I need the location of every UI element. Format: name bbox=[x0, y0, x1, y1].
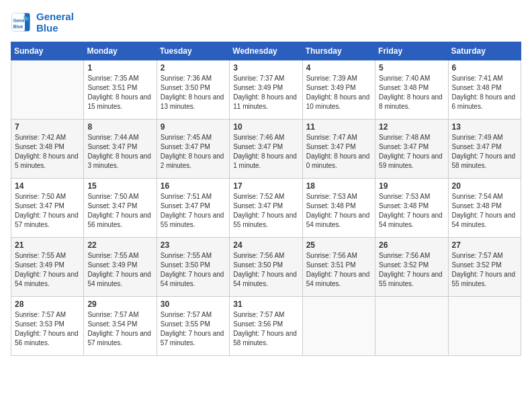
day-number: 2 bbox=[161, 63, 226, 73]
calendar-cell: 2Sunrise: 7:36 AMSunset: 3:50 PMDaylight… bbox=[157, 60, 229, 120]
calendar-cell: 20Sunrise: 7:54 AMSunset: 3:48 PMDayligh… bbox=[448, 179, 521, 238]
day-number: 12 bbox=[379, 122, 444, 132]
calendar-cell: 21Sunrise: 7:55 AMSunset: 3:49 PMDayligh… bbox=[11, 238, 84, 297]
day-info: Sunrise: 7:48 AMSunset: 3:47 PMDaylight:… bbox=[379, 133, 444, 171]
calendar-cell: 19Sunrise: 7:53 AMSunset: 3:48 PMDayligh… bbox=[375, 179, 448, 238]
calendar-cell: 26Sunrise: 7:56 AMSunset: 3:52 PMDayligh… bbox=[375, 238, 448, 297]
calendar-cell: 4Sunrise: 7:39 AMSunset: 3:49 PMDaylight… bbox=[302, 60, 375, 120]
day-info: Sunrise: 7:55 AMSunset: 3:50 PMDaylight:… bbox=[161, 251, 226, 289]
calendar-cell: 13Sunrise: 7:49 AMSunset: 3:47 PMDayligh… bbox=[448, 120, 521, 179]
calendar-cell: 23Sunrise: 7:55 AMSunset: 3:50 PMDayligh… bbox=[157, 238, 229, 297]
column-header-monday: Monday bbox=[84, 42, 157, 60]
calendar-cell: 17Sunrise: 7:52 AMSunset: 3:47 PMDayligh… bbox=[230, 179, 302, 238]
calendar-cell: 7Sunrise: 7:42 AMSunset: 3:48 PMDaylight… bbox=[11, 120, 84, 179]
calendar-cell: 5Sunrise: 7:40 AMSunset: 3:48 PMDaylight… bbox=[375, 60, 448, 120]
day-info: Sunrise: 7:57 AMSunset: 3:55 PMDaylight:… bbox=[161, 310, 226, 348]
day-number: 29 bbox=[87, 300, 152, 309]
day-info: Sunrise: 7:35 AMSunset: 3:51 PMDaylight:… bbox=[87, 74, 152, 111]
day-info: Sunrise: 7:56 AMSunset: 3:52 PMDaylight:… bbox=[379, 251, 444, 289]
day-number: 14 bbox=[15, 181, 80, 191]
day-info: Sunrise: 7:50 AMSunset: 3:47 PMDaylight:… bbox=[87, 192, 152, 230]
calendar-cell: 18Sunrise: 7:53 AMSunset: 3:48 PMDayligh… bbox=[302, 179, 375, 238]
day-info: Sunrise: 7:57 AMSunset: 3:56 PMDaylight:… bbox=[233, 310, 298, 348]
day-number: 21 bbox=[15, 240, 80, 250]
day-number: 9 bbox=[161, 122, 226, 132]
day-number: 11 bbox=[306, 122, 371, 132]
day-info: Sunrise: 7:57 AMSunset: 3:52 PMDaylight:… bbox=[452, 251, 517, 289]
day-number: 7 bbox=[15, 122, 80, 132]
day-info: Sunrise: 7:40 AMSunset: 3:48 PMDaylight:… bbox=[379, 74, 444, 111]
day-number: 19 bbox=[379, 181, 444, 191]
calendar-cell: 28Sunrise: 7:57 AMSunset: 3:53 PMDayligh… bbox=[11, 297, 84, 356]
week-row-4: 21Sunrise: 7:55 AMSunset: 3:49 PMDayligh… bbox=[11, 238, 521, 297]
calendar-cell bbox=[448, 297, 521, 356]
calendar-cell: 15Sunrise: 7:50 AMSunset: 3:47 PMDayligh… bbox=[84, 179, 157, 238]
day-info: Sunrise: 7:50 AMSunset: 3:47 PMDaylight:… bbox=[15, 192, 80, 230]
calendar-cell: 12Sunrise: 7:48 AMSunset: 3:47 PMDayligh… bbox=[375, 120, 448, 179]
day-number: 16 bbox=[161, 181, 226, 191]
day-number: 17 bbox=[233, 181, 298, 191]
day-number: 15 bbox=[87, 181, 152, 191]
column-header-saturday: Saturday bbox=[448, 42, 521, 60]
calendar-cell: 29Sunrise: 7:57 AMSunset: 3:54 PMDayligh… bbox=[84, 297, 157, 356]
day-number: 22 bbox=[87, 240, 152, 250]
page-header: General Blue General Blue bbox=[11, 11, 521, 34]
calendar-cell: 6Sunrise: 7:41 AMSunset: 3:48 PMDaylight… bbox=[448, 60, 521, 120]
svg-text:Blue: Blue bbox=[13, 24, 24, 29]
column-header-sunday: Sunday bbox=[11, 42, 84, 60]
day-info: Sunrise: 7:53 AMSunset: 3:48 PMDaylight:… bbox=[379, 192, 444, 230]
header-row: SundayMondayTuesdayWednesdayThursdayFrid… bbox=[11, 42, 521, 60]
calendar-cell: 14Sunrise: 7:50 AMSunset: 3:47 PMDayligh… bbox=[11, 179, 84, 238]
calendar-cell: 24Sunrise: 7:56 AMSunset: 3:50 PMDayligh… bbox=[230, 238, 302, 297]
day-info: Sunrise: 7:39 AMSunset: 3:49 PMDaylight:… bbox=[306, 74, 371, 111]
day-info: Sunrise: 7:36 AMSunset: 3:50 PMDaylight:… bbox=[161, 74, 226, 111]
logo: General Blue General Blue bbox=[11, 11, 74, 34]
calendar-cell bbox=[302, 297, 375, 356]
day-info: Sunrise: 7:49 AMSunset: 3:47 PMDaylight:… bbox=[452, 133, 517, 171]
week-row-1: 1Sunrise: 7:35 AMSunset: 3:51 PMDaylight… bbox=[11, 60, 521, 120]
calendar-cell: 8Sunrise: 7:44 AMSunset: 3:47 PMDaylight… bbox=[84, 120, 157, 179]
week-row-3: 14Sunrise: 7:50 AMSunset: 3:47 PMDayligh… bbox=[11, 179, 521, 238]
calendar-cell: 11Sunrise: 7:47 AMSunset: 3:47 PMDayligh… bbox=[302, 120, 375, 179]
day-info: Sunrise: 7:51 AMSunset: 3:47 PMDaylight:… bbox=[161, 192, 226, 230]
calendar-cell: 30Sunrise: 7:57 AMSunset: 3:55 PMDayligh… bbox=[157, 297, 229, 356]
day-info: Sunrise: 7:46 AMSunset: 3:47 PMDaylight:… bbox=[233, 133, 298, 171]
day-info: Sunrise: 7:53 AMSunset: 3:48 PMDaylight:… bbox=[306, 192, 371, 230]
day-number: 23 bbox=[161, 240, 226, 250]
day-number: 4 bbox=[306, 63, 371, 73]
calendar-cell: 9Sunrise: 7:45 AMSunset: 3:47 PMDaylight… bbox=[157, 120, 229, 179]
calendar-cell: 3Sunrise: 7:37 AMSunset: 3:49 PMDaylight… bbox=[230, 60, 302, 120]
day-number: 31 bbox=[233, 300, 298, 309]
day-number: 8 bbox=[87, 122, 152, 132]
day-number: 3 bbox=[233, 63, 298, 73]
logo-text-general: General bbox=[36, 11, 74, 22]
day-number: 18 bbox=[306, 181, 371, 191]
calendar-table: SundayMondayTuesdayWednesdayThursdayFrid… bbox=[11, 42, 521, 356]
day-number: 10 bbox=[233, 122, 298, 132]
day-info: Sunrise: 7:56 AMSunset: 3:51 PMDaylight:… bbox=[306, 251, 371, 289]
calendar-cell: 22Sunrise: 7:55 AMSunset: 3:49 PMDayligh… bbox=[84, 238, 157, 297]
day-number: 24 bbox=[233, 240, 298, 250]
column-header-friday: Friday bbox=[375, 42, 448, 60]
day-info: Sunrise: 7:44 AMSunset: 3:47 PMDaylight:… bbox=[87, 133, 152, 171]
day-number: 1 bbox=[87, 63, 152, 73]
day-number: 30 bbox=[161, 300, 226, 309]
day-info: Sunrise: 7:55 AMSunset: 3:49 PMDaylight:… bbox=[15, 251, 80, 289]
day-number: 20 bbox=[452, 181, 517, 191]
calendar-cell: 31Sunrise: 7:57 AMSunset: 3:56 PMDayligh… bbox=[230, 297, 302, 356]
day-number: 5 bbox=[379, 63, 444, 73]
calendar-cell bbox=[11, 60, 84, 120]
day-info: Sunrise: 7:45 AMSunset: 3:47 PMDaylight:… bbox=[161, 133, 226, 171]
column-header-thursday: Thursday bbox=[302, 42, 375, 60]
calendar-cell: 10Sunrise: 7:46 AMSunset: 3:47 PMDayligh… bbox=[230, 120, 302, 179]
day-info: Sunrise: 7:47 AMSunset: 3:47 PMDaylight:… bbox=[306, 133, 371, 171]
day-info: Sunrise: 7:42 AMSunset: 3:48 PMDaylight:… bbox=[15, 133, 80, 171]
day-number: 25 bbox=[306, 240, 371, 250]
calendar-cell: 27Sunrise: 7:57 AMSunset: 3:52 PMDayligh… bbox=[448, 238, 521, 297]
week-row-2: 7Sunrise: 7:42 AMSunset: 3:48 PMDaylight… bbox=[11, 120, 521, 179]
calendar-cell: 1Sunrise: 7:35 AMSunset: 3:51 PMDaylight… bbox=[84, 60, 157, 120]
day-info: Sunrise: 7:55 AMSunset: 3:49 PMDaylight:… bbox=[87, 251, 152, 289]
calendar-cell bbox=[375, 297, 448, 356]
day-info: Sunrise: 7:57 AMSunset: 3:53 PMDaylight:… bbox=[15, 310, 80, 348]
day-info: Sunrise: 7:56 AMSunset: 3:50 PMDaylight:… bbox=[233, 251, 298, 289]
